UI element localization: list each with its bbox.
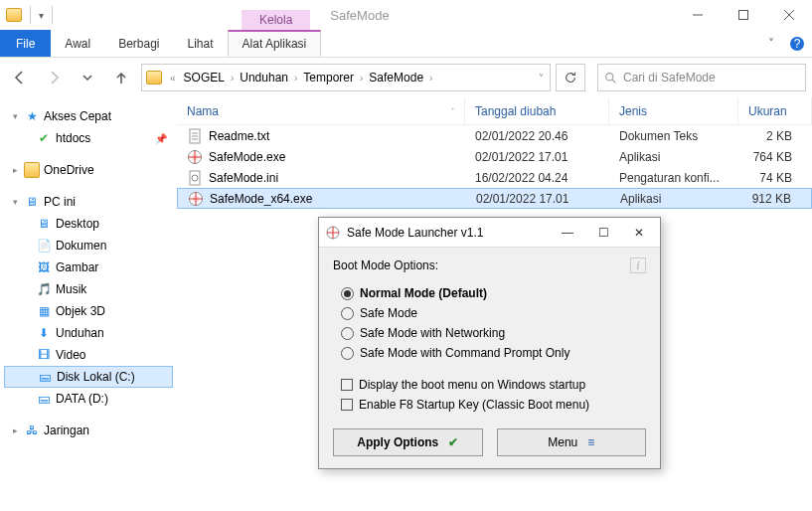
recent-locations-button[interactable] [74, 64, 101, 91]
dialog-close-button[interactable]: ✕ [624, 226, 654, 240]
ribbon-tab[interactable]: Alat Aplikasi [228, 30, 322, 57]
sidebar-label: PC ini [44, 195, 76, 209]
sidebar-item[interactable]: 🖼Gambar [4, 256, 173, 278]
folder-icon [24, 162, 40, 178]
column-size[interactable]: Ukuran [738, 97, 812, 124]
check-icon: ✔ [448, 435, 458, 449]
sidebar-item-label: Gambar [56, 260, 98, 274]
checkbox-label: Enable F8 Startup Key (Classic Boot menu… [359, 398, 589, 412]
sidebar-label: OneDrive [44, 163, 94, 177]
boot-mode-radio[interactable]: Safe Mode [333, 303, 646, 323]
folder-icon: 🎞 [36, 347, 52, 363]
boot-mode-radio[interactable]: Safe Mode with Networking [333, 323, 646, 343]
address-dropdown-icon[interactable]: ˅ [537, 73, 546, 84]
sidebar-item[interactable]: 📄Dokumen [4, 235, 173, 256]
chevron-right-icon[interactable]: « [168, 73, 178, 84]
breadcrumb-segment[interactable]: Temporer [299, 71, 358, 85]
radio-icon [341, 307, 354, 320]
search-icon [604, 72, 617, 85]
ribbon-collapse-icon[interactable]: ˅ [760, 30, 782, 57]
checkbox-label: Display the boot menu on Windows startup [359, 378, 585, 392]
dialog-maximize-button[interactable]: ☐ [588, 226, 618, 240]
sidebar-item[interactable]: ▦Objek 3D [4, 300, 173, 322]
sidebar-item[interactable]: 🖴Disk Lokal (C:) [4, 366, 173, 388]
boot-mode-radio[interactable]: Safe Mode with Command Prompt Only [333, 343, 646, 363]
qat-dropdown-icon[interactable]: ▾ [39, 10, 44, 21]
breadcrumb-segment[interactable]: SafeMode [365, 71, 427, 85]
maximize-button[interactable] [721, 0, 766, 30]
ribbon-tab[interactable]: Lihat [174, 30, 228, 57]
menu-button[interactable]: Menu≡ [497, 428, 647, 456]
dialog-section-label: Boot Mode Options: i [333, 257, 646, 273]
app-icon [325, 225, 341, 241]
sidebar-item[interactable]: 🎞Video [4, 344, 173, 366]
file-row[interactable]: Readme.txt02/01/2022 20.46Dokumen Teks2 … [177, 125, 812, 146]
apply-options-button[interactable]: Apply Options✔ [333, 428, 483, 456]
sidebar-label: Akses Cepat [44, 109, 111, 123]
folder-icon: ⬇ [36, 325, 52, 341]
separator [30, 6, 31, 24]
sidebar-item-label: Dokumen [56, 239, 106, 253]
file-icon [187, 149, 203, 165]
network-icon: 🖧 [24, 423, 40, 438]
svg-rect-17 [193, 196, 199, 202]
folder-icon: 📄 [36, 238, 52, 254]
chevron-right-icon[interactable]: ▸ [10, 426, 20, 435]
radio-label: Safe Mode [360, 306, 417, 320]
close-button[interactable] [766, 0, 812, 30]
chevron-down-icon[interactable]: ▾ [10, 111, 20, 121]
file-date: 02/01/2022 17.01 [466, 192, 610, 206]
sidebar-onedrive[interactable]: ▸ OneDrive [4, 159, 173, 181]
help-button[interactable]: ? [782, 30, 812, 57]
forward-button[interactable] [40, 64, 68, 91]
contextual-tab-label: Kelola [242, 10, 310, 30]
safe-mode-dialog: Safe Mode Launcher v1.1 — ☐ ✕ Boot Mode … [318, 217, 661, 469]
info-icon[interactable]: i [630, 257, 646, 273]
minimize-button[interactable] [675, 0, 721, 30]
boot-mode-radio[interactable]: Normal Mode (Default) [333, 283, 646, 303]
column-date[interactable]: Tanggal diubah [465, 97, 609, 124]
sidebar-item-htdocs[interactable]: ✔ htdocs 📌 [4, 127, 173, 149]
option-checkbox[interactable]: Display the boot menu on Windows startup [333, 375, 646, 395]
file-size: 74 KB [738, 171, 812, 185]
chevron-right-icon[interactable]: ▸ [10, 165, 20, 175]
address-bar[interactable]: « SOGEL›Unduhan›Temporer›SafeMode› ˅ [141, 64, 551, 91]
file-row[interactable]: SafeMode_x64.exe02/01/2022 17.01Aplikasi… [177, 188, 812, 209]
sidebar-item[interactable]: 🖴DATA (D:) [4, 388, 173, 410]
file-name: SafeMode.exe [209, 150, 285, 164]
sidebar-item[interactable]: 🎵Musik [4, 278, 173, 300]
chevron-down-icon[interactable]: ▾ [10, 197, 20, 207]
folder-icon: 🖴 [37, 369, 53, 385]
sidebar-item[interactable]: ⬇Unduhan [4, 322, 173, 344]
up-button[interactable] [107, 64, 135, 91]
breadcrumb-segment[interactable]: SOGEL [180, 71, 229, 85]
file-tab[interactable]: File [0, 30, 51, 57]
file-name: SafeMode.ini [209, 171, 278, 185]
navigation-bar: « SOGEL›Unduhan›Temporer›SafeMode› ˅ Car… [0, 58, 812, 97]
breadcrumb-segment[interactable]: Unduhan [236, 71, 292, 85]
back-button[interactable] [6, 64, 34, 91]
folder-icon [146, 71, 162, 85]
sidebar-item-label: Objek 3D [56, 304, 105, 318]
folder-icon: 🎵 [36, 281, 52, 297]
app-icon [6, 8, 22, 22]
file-size: 764 KB [738, 150, 812, 164]
separator [52, 6, 53, 24]
option-checkbox[interactable]: Enable F8 Startup Key (Classic Boot menu… [333, 395, 646, 415]
sidebar-this-pc[interactable]: ▾ 🖥 PC ini [4, 191, 173, 213]
sidebar-quick-access[interactable]: ▾ ★ Akses Cepat [4, 105, 173, 127]
column-name[interactable]: Namaˆ [177, 97, 465, 124]
chevron-right-icon[interactable]: › [427, 73, 434, 84]
column-type[interactable]: Jenis [609, 97, 738, 124]
dialog-minimize-button[interactable]: — [553, 226, 582, 240]
file-row[interactable]: SafeMode.exe02/01/2022 17.01Aplikasi764 … [177, 146, 812, 167]
file-row[interactable]: SafeMode.ini16/02/2022 04.24Pengaturan k… [177, 167, 812, 188]
sidebar-network[interactable]: ▸ 🖧 Jaringan [4, 420, 173, 441]
ribbon-tab[interactable]: Berbagi [104, 30, 173, 57]
sidebar-item[interactable]: 🖥Desktop [4, 213, 173, 235]
quick-access-toolbar: ▾ [0, 0, 63, 30]
ribbon-tab[interactable]: Awal [51, 30, 104, 57]
file-name: SafeMode_x64.exe [210, 192, 312, 206]
refresh-button[interactable] [556, 64, 585, 91]
search-box[interactable]: Cari di SafeMode [597, 64, 806, 91]
